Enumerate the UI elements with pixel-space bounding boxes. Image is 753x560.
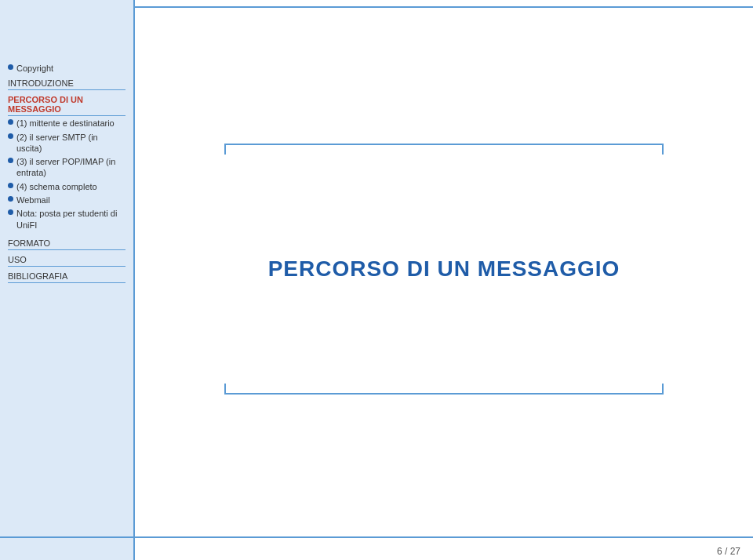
frame-top-line (235, 144, 653, 145)
sidebar-item-percorso[interactable]: PERCORSO DI UN MESSAGGIO (8, 95, 126, 116)
sidebar-item-smtp[interactable]: (2) il server SMTP (in uscita) (8, 132, 126, 155)
frame-bottom-line (235, 393, 653, 395)
bullet-icon (8, 196, 13, 202)
sidebar-item-schema[interactable]: (4) schema completo (8, 181, 126, 192)
corner-tl (224, 144, 235, 155)
bullet-icon (8, 209, 13, 215)
corner-bl (224, 384, 235, 395)
sidebar-item-pop[interactable]: (3) il server POP/IMAP (in entrata) (8, 156, 126, 179)
bullet-icon (8, 158, 13, 163)
main-content: PERCORSO DI UN MESSAGGIO (135, 0, 753, 538)
slide-title: PERCORSO DI UN MESSAGGIO (268, 256, 620, 282)
sidebar-item-mittente[interactable]: (1) mittente e destinatario (8, 118, 126, 129)
slide-frame: PERCORSO DI UN MESSAGGIO (224, 144, 664, 395)
sidebar-item-introduzione[interactable]: INTRODUZIONE (8, 78, 126, 90)
bottom-border-line (0, 536, 753, 538)
bullet-icon (8, 133, 13, 139)
sidebar: Copyright INTRODUZIONE PERCORSO DI UN ME… (0, 0, 135, 560)
sidebar-item-nota[interactable]: Nota: posta per studenti di UniFI (8, 208, 126, 231)
corner-tr (653, 144, 664, 155)
bullet-icon (8, 64, 13, 70)
sidebar-item-copyright[interactable]: Copyright (8, 63, 126, 74)
sidebar-item-uso[interactable]: USO (8, 255, 126, 267)
corner-br (653, 384, 664, 395)
bullet-icon (8, 119, 13, 125)
page-number: 6 / 27 (717, 546, 740, 557)
sidebar-item-bibliografia[interactable]: BIBLIOGRAFIA (8, 271, 126, 283)
bullet-icon (8, 183, 13, 188)
sidebar-item-webmail[interactable]: Webmail (8, 195, 126, 205)
sidebar-item-formato[interactable]: FORMATO (8, 238, 126, 250)
